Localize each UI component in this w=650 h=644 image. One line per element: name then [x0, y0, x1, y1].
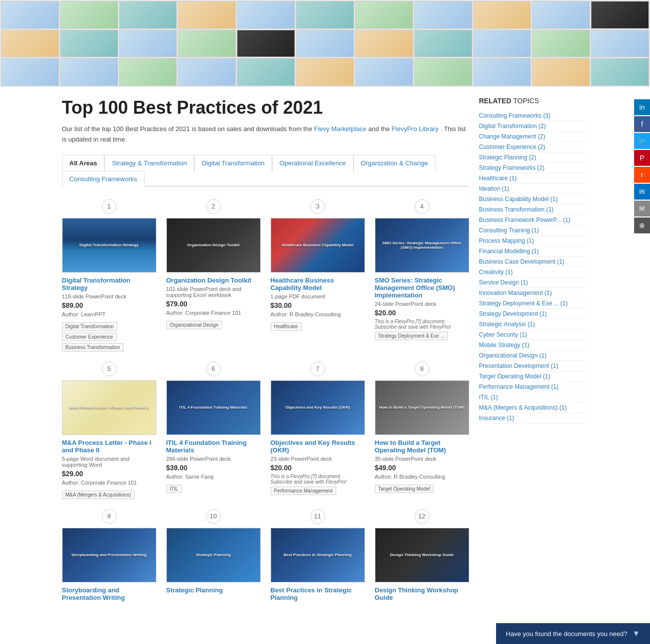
item-image-9[interactable]: Storyboarding and Presentation Writing [62, 528, 156, 582]
strip-cell-2-8[interactable] [473, 58, 531, 86]
item-image-8[interactable]: How to Build a Target Operating Model (T… [375, 380, 469, 435]
topic-item-0[interactable]: Consulting Frameworks (3) [479, 111, 588, 121]
item-tag[interactable]: Strategy Deployment & Exe ... [375, 332, 448, 340]
item-tag[interactable]: ITIL [166, 485, 182, 493]
tab-organization-change[interactable]: Organization & Change [354, 155, 435, 172]
topic-item-12[interactable]: Process Mapping (1) [479, 236, 588, 246]
topic-item-16[interactable]: Service Design (1) [479, 278, 588, 288]
tab-operational-excellence[interactable]: Operational Excellence [272, 155, 354, 172]
item-tag[interactable]: Organizational Design [166, 321, 222, 329]
strip-cell-0-0[interactable] [1, 1, 59, 29]
tab-digital-transformation[interactable]: Digital Transformation [194, 155, 272, 172]
topic-item-5[interactable]: Strategy Frameworks (2) [479, 163, 588, 173]
flevy-marketplace-link[interactable]: Flevy Marketplace [314, 125, 366, 133]
strip-cell-2-10[interactable] [591, 58, 649, 86]
strip-cell-2-4[interactable] [237, 58, 295, 86]
topic-item-23[interactable]: Organizational Design (1) [479, 351, 588, 361]
item-title-6[interactable]: ITIL 4 Foundation Training Materials [166, 439, 261, 454]
item-image-10[interactable]: Strategic Planning [166, 528, 261, 582]
item-title-12[interactable]: Design Thinking Workshop Guide [375, 586, 469, 601]
item-tag[interactable]: M&A (Mergers & Acquisitions) [62, 491, 135, 499]
strip-cell-2-0[interactable] [1, 58, 59, 86]
topic-item-14[interactable]: Business Case Development (1) [479, 257, 588, 267]
tab-strategy-transformation[interactable]: Strategy & Transformation [104, 155, 194, 172]
tab-all-areas[interactable]: All Areas [62, 155, 105, 172]
topic-item-29[interactable]: Insurance (1) [479, 413, 588, 424]
strip-cell-0-1[interactable] [60, 1, 118, 29]
item-tag[interactable]: Performance Management [271, 487, 336, 495]
item-image-6[interactable]: ITIL 4 Foundation Training Materials [166, 380, 261, 435]
item-title-3[interactable]: Healthcare Business Capability Model [271, 277, 365, 291]
topic-item-15[interactable]: Creativity (1) [479, 267, 588, 278]
item-title-7[interactable]: Objectives and Key Results (OKR) [271, 439, 365, 454]
email-button[interactable]: ✉ [634, 201, 650, 216]
item-image-4[interactable]: SMO Series: Strategic Management Office … [375, 218, 469, 273]
strip-cell-2-7[interactable] [414, 58, 472, 86]
item-image-1[interactable]: Digital Transformation Strategy [62, 218, 156, 273]
topic-item-4[interactable]: Strategic Planning (2) [479, 152, 588, 163]
topic-item-9[interactable]: Business Transformation (1) [479, 205, 588, 215]
strip-cell-1-7[interactable] [414, 30, 472, 58]
more-share-button[interactable]: ⊕ [634, 217, 650, 233]
item-tag[interactable]: Healthcare [271, 322, 301, 331]
item-image-3[interactable]: Healthcare Business Capability Model [271, 218, 365, 273]
item-tag[interactable]: Target Operating Model [375, 485, 434, 493]
strip-cell-1-5[interactable] [296, 30, 354, 58]
strip-cell-2-2[interactable] [119, 58, 177, 86]
topic-item-22[interactable]: Mobile Strategy (1) [479, 340, 588, 351]
strip-cell-0-10[interactable] [591, 1, 649, 29]
item-image-12[interactable]: Design Thinking Workshop Guide [375, 528, 469, 582]
strip-cell-0-2[interactable] [119, 1, 177, 29]
strip-cell-1-3[interactable] [178, 30, 236, 58]
strip-cell-2-9[interactable] [532, 58, 590, 86]
item-title-8[interactable]: How to Build a Target Operating Model (T… [375, 439, 469, 454]
linkedin-button[interactable]: in [634, 99, 650, 115]
item-title-2[interactable]: Organization Design Toolkit [166, 277, 261, 284]
topic-item-8[interactable]: Business Capability Model (1) [479, 194, 588, 205]
twitter-button[interactable]: 🐦 [634, 133, 650, 149]
strip-cell-2-1[interactable] [60, 58, 118, 86]
strip-cell-1-0[interactable] [1, 30, 59, 58]
item-title-11[interactable]: Best Practices in Strategic Planning [271, 586, 365, 601]
topic-item-2[interactable]: Change Management (2) [479, 132, 588, 142]
topic-item-17[interactable]: Innovation Management (1) [479, 288, 588, 298]
topic-item-11[interactable]: Consulting Training (1) [479, 225, 588, 236]
topic-item-3[interactable]: Customer Experience (2) [479, 142, 588, 152]
item-title-5[interactable]: M&A Process Letter - Phase I and Phase I… [62, 439, 156, 454]
topic-item-6[interactable]: Healthcare (1) [479, 173, 588, 184]
item-image-5[interactable]: M&A Process Letter - Phase I and Phase I… [62, 380, 156, 435]
topic-item-18[interactable]: Strategy Deployment & Exe ... (1) [479, 298, 588, 309]
strip-cell-2-6[interactable] [355, 58, 413, 86]
item-image-11[interactable]: Best Practices in Strategic Planning [271, 528, 365, 582]
strip-cell-1-9[interactable] [532, 30, 590, 58]
flevypro-library-link[interactable]: FlevyPro Library [392, 125, 439, 133]
item-tag[interactable]: Business Transformation [62, 343, 124, 352]
item-title-1[interactable]: Digital Transformation Strategy [62, 277, 156, 291]
strip-cell-0-4[interactable] [237, 1, 295, 29]
strip-cell-2-5[interactable] [296, 58, 354, 86]
strip-cell-0-5[interactable] [296, 1, 354, 29]
strip-cell-0-3[interactable] [178, 1, 236, 29]
strip-cell-1-1[interactable] [60, 30, 118, 58]
strip-cell-1-2[interactable] [119, 30, 177, 58]
strip-cell-1-6[interactable] [355, 30, 413, 58]
tab-consulting-frameworks[interactable]: Consulting Frameworks [62, 171, 145, 187]
strip-cell-1-4[interactable] [237, 30, 295, 58]
item-title-9[interactable]: Storyboarding and Presentation Writing [62, 586, 156, 601]
strip-cell-2-3[interactable] [178, 58, 236, 86]
topic-item-24[interactable]: Presentation Development (1) [479, 361, 588, 371]
bottom-bar[interactable]: Have you found the documents you need? ▼ [496, 623, 650, 628]
strip-cell-1-10[interactable] [591, 30, 649, 58]
item-tag[interactable]: Customer Experience [62, 333, 117, 341]
strip-cell-0-7[interactable] [414, 1, 472, 29]
strip-cell-1-8[interactable] [473, 30, 531, 58]
outlook-button[interactable]: ✉ [634, 184, 650, 200]
topic-item-7[interactable]: Ideation (1) [479, 184, 588, 194]
strip-cell-0-6[interactable] [355, 1, 413, 29]
strip-cell-0-8[interactable] [473, 1, 531, 29]
strip-cell-0-9[interactable] [532, 1, 590, 29]
topic-item-25[interactable]: Target Operating Model (1) [479, 371, 588, 382]
item-title-10[interactable]: Strategic Planning [166, 586, 261, 594]
topic-item-10[interactable]: Business Framework PowerP... (1) [479, 215, 588, 225]
topic-item-26[interactable]: Performance Management (1) [479, 382, 588, 392]
